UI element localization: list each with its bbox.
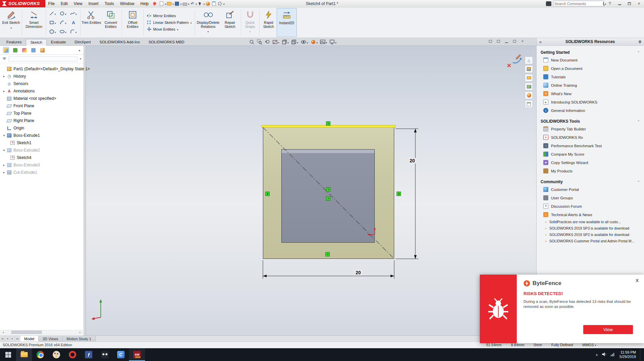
graphics-viewport[interactable]: 20 20 = = II II × × ✕: [86, 46, 536, 335]
menu-edit[interactable]: Edit: [58, 0, 71, 7]
mirror-entities-button[interactable]: Mirror Entities: [147, 13, 192, 18]
ellipse-caret[interactable]: [65, 29, 66, 35]
select-caret[interactable]: [203, 1, 205, 6]
customer-portal-link[interactable]: Customer Portal: [537, 185, 644, 194]
relation-badge-right[interactable]: II: [397, 192, 401, 196]
view-settings-button[interactable]: [329, 39, 336, 45]
solidworks-taskbar-button[interactable]: 2016: [129, 348, 145, 361]
menu-insert[interactable]: Insert: [85, 0, 101, 7]
ellipse-tool[interactable]: [58, 27, 68, 36]
solidworks-rx-link[interactable]: +SOLIDWORKS Rx: [537, 133, 644, 142]
my-products-link[interactable]: My Products: [537, 167, 644, 175]
view-settings-caret[interactable]: [335, 39, 336, 45]
tab-scroll-last[interactable]: ▸|: [15, 336, 20, 342]
collapse-section-icon[interactable]: [637, 120, 640, 123]
search-icon[interactable]: [603, 2, 604, 5]
appearances-icon[interactable]: [525, 91, 533, 99]
relation-badge-bottom[interactable]: =: [325, 252, 330, 256]
restore-button[interactable]: [625, 1, 633, 7]
exit-sketch-button[interactable]: Exit Sketch: [1, 8, 21, 37]
horizontal-dimension-label[interactable]: 20: [355, 270, 362, 275]
zoom-fit-button[interactable]: [249, 39, 255, 45]
pin-menu-icon[interactable]: [152, 1, 157, 6]
general-information-link[interactable]: iGeneral Information: [537, 106, 644, 115]
menu-tools[interactable]: Tools: [101, 0, 117, 7]
inner-boss-face[interactable]: [281, 149, 375, 243]
discussion-forum-link[interactable]: ❝Discussion Forum: [537, 202, 644, 210]
volume-icon[interactable]: [602, 352, 607, 357]
print-button[interactable]: [182, 1, 188, 6]
tree-item-right-plane[interactable]: Right Plane: [1, 117, 84, 124]
view-orientation-caret[interactable]: [287, 39, 289, 45]
filter-funnel-icon[interactable]: [2, 57, 6, 60]
tab-mbd[interactable]: SOLIDWORKS MBD: [144, 39, 189, 45]
tab-scroll-first[interactable]: |◂: [0, 336, 5, 342]
manager-tab-overflow-arrow[interactable]: [79, 48, 81, 52]
news-item[interactable]: SOLIDWORKS 2019 SP3 is available for dow…: [537, 225, 644, 232]
propertymanager-tab[interactable]: [12, 47, 18, 53]
move-entities-caret[interactable]: [177, 27, 178, 31]
select-button[interactable]: [197, 1, 203, 6]
edit-appearance-button[interactable]: [311, 39, 318, 45]
tab-scroll-right[interactable]: ▸: [10, 336, 15, 342]
popup-close-button[interactable]: X: [636, 278, 639, 283]
dimxpertmanager-tab[interactable]: [30, 47, 36, 53]
tree-item-part[interactable]: Part1 (Default<<Default>_Display State 1…: [1, 65, 84, 73]
vertical-dimension-label[interactable]: 20: [409, 158, 416, 163]
arc-tool[interactable]: [58, 18, 68, 27]
doc-close-button[interactable]: ×: [520, 39, 525, 44]
open-document-link[interactable]: Open a Document: [537, 64, 644, 73]
expand-arrow[interactable]: [2, 171, 6, 174]
menu-help[interactable]: Help: [137, 0, 152, 7]
tree-item-annotations[interactable]: AAnnotations: [1, 87, 84, 95]
menu-view[interactable]: View: [71, 0, 86, 7]
collapse-arrow[interactable]: [2, 134, 6, 137]
command-search[interactable]: [553, 1, 604, 6]
units-selector[interactable]: MMGS: [582, 343, 596, 347]
taskbar-clock[interactable]: 11:59 PM 5/29/2019: [619, 350, 636, 359]
menu-file[interactable]: File: [45, 0, 58, 7]
spline-tool[interactable]: [68, 9, 79, 18]
rectangle-tool[interactable]: [48, 18, 58, 27]
collapse-pane-icon[interactable]: [539, 39, 542, 45]
help-button[interactable]: ?: [606, 1, 614, 7]
rapid-sketch-button[interactable]: Rapid Sketch: [261, 8, 277, 37]
tree-item-boss-extrude2[interactable]: Boss-Extrude2: [1, 147, 84, 154]
new-document-link[interactable]: New Document: [537, 56, 644, 64]
tab-addins[interactable]: SOLIDWORKS Add-Ins: [95, 39, 144, 45]
tree-item-sketch4[interactable]: Sketch4: [1, 154, 84, 161]
expand-arrow[interactable]: [2, 163, 6, 167]
menu-window[interactable]: Window: [117, 0, 137, 7]
community-header[interactable]: Community: [537, 178, 644, 185]
opera-taskbar-button[interactable]: [64, 348, 81, 361]
online-training-link[interactable]: Online Training: [537, 81, 644, 89]
cancel-sketch-icon[interactable]: ✕: [507, 62, 511, 69]
compare-my-score-link[interactable]: Compare My Score: [537, 150, 644, 158]
hide-show-items-button[interactable]: [301, 39, 308, 45]
search-input[interactable]: [554, 2, 602, 6]
tab-evaluate[interactable]: Evaluate: [47, 39, 71, 45]
appearance-ball-button[interactable]: [205, 1, 211, 6]
configurationmanager-tab[interactable]: [21, 47, 27, 53]
tab-dimxpert[interactable]: DimXpert: [70, 39, 95, 45]
panel-splitter[interactable]: [84, 46, 86, 335]
tree-horizontal-scrollbar[interactable]: ◂ ▸: [1, 330, 83, 334]
rectangle-caret[interactable]: [54, 19, 56, 26]
whats-new-link[interactable]: ?What's New: [537, 89, 644, 98]
scroll-right-arrow[interactable]: ▸: [78, 330, 82, 334]
filter-options-caret[interactable]: [80, 57, 81, 61]
displaymanager-tab[interactable]: [39, 47, 45, 53]
text-tool[interactable]: A: [68, 18, 79, 27]
open-caret[interactable]: [173, 1, 174, 6]
display-style-button[interactable]: [291, 39, 298, 45]
apply-scene-caret[interactable]: [326, 39, 327, 45]
hide-show-caret[interactable]: [307, 39, 308, 45]
collapse-arrow[interactable]: [2, 149, 6, 152]
relation-badge-center-1[interactable]: ×: [326, 187, 330, 192]
design-library-icon[interactable]: [525, 65, 533, 73]
view-palette-icon[interactable]: [525, 83, 533, 90]
display-delete-relations-button[interactable]: Display/Delete Relations: [196, 8, 220, 37]
view-orientation-button[interactable]: [282, 39, 289, 45]
sheet-properties-button[interactable]: [211, 1, 217, 6]
tree-item-history[interactable]: ◷History: [1, 73, 84, 80]
